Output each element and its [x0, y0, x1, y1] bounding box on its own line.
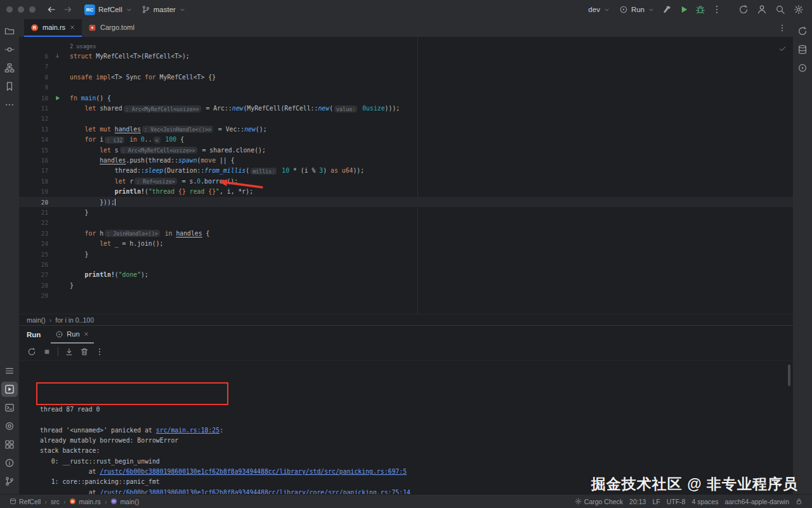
code-line[interactable]: 14 for i: i32 in 0..< 100 {: [19, 135, 793, 145]
close-run-tab-icon[interactable]: [83, 331, 89, 337]
status-label: LF: [652, 498, 660, 505]
bookmarks-tool-icon[interactable]: [1, 79, 18, 94]
vcs-widget[interactable]: master: [137, 2, 190, 17]
code-line[interactable]: 12: [19, 114, 793, 124]
run-tool-icon[interactable]: [1, 382, 18, 397]
impl-gutter-icon[interactable]: [48, 53, 70, 60]
more-tools-icon[interactable]: [1, 97, 18, 112]
console-link[interactable]: /rustc/6b00bc3880198600130e1cf62b8f8a934…: [100, 468, 407, 475]
stop-icon[interactable]: [39, 345, 55, 359]
forward-icon[interactable]: [60, 2, 76, 17]
line-number: 22: [19, 219, 48, 226]
code-line[interactable]: 19 println!("thread {} read {}", i, *r);: [19, 186, 793, 196]
line-number: 13: [19, 126, 48, 133]
nav-refcell[interactable]: RefCell: [6, 498, 44, 505]
database-tool-icon[interactable]: [794, 42, 811, 57]
code-line[interactable]: 23 for h: JoinHandle<()> in handles {: [19, 228, 793, 238]
lock-widget[interactable]: [792, 498, 806, 505]
scroll-to-end-icon[interactable]: [62, 345, 77, 359]
search-everywhere-icon[interactable]: [772, 2, 789, 17]
tab-main.rs[interactable]: Rmain.rs: [24, 19, 82, 37]
code-line[interactable]: 28}: [19, 280, 793, 290]
window-minimize-button[interactable]: [18, 6, 24, 13]
project-tool-icon[interactable]: [1, 23, 18, 39]
todo-tool-icon[interactable]: [1, 363, 18, 378]
console-line: thread '<unnamed>' panicked at src/main.…: [40, 425, 793, 436]
breadcrumb-item[interactable]: main(): [27, 316, 46, 324]
project-widget[interactable]: RC RefCell: [80, 2, 137, 17]
ai-assistant-tool-icon[interactable]: [794, 60, 811, 76]
line-ending-widget[interactable]: LF: [649, 498, 663, 505]
window-close-button[interactable]: [6, 6, 13, 13]
svg-text:R: R: [33, 25, 37, 30]
build-icon[interactable]: [659, 2, 676, 17]
code-line[interactable]: 27 println!("done");: [19, 270, 793, 280]
code-line[interactable]: 16 handles.push(thread::spawn(move || {: [19, 155, 793, 165]
code-line[interactable]: 11 let shared: Arc<MyRefCell<usize>> = A…: [19, 103, 793, 113]
code-line[interactable]: 18 let r: Ref<usize> = s.0.borrow();: [19, 176, 793, 186]
nav-main-[interactable]: mmain(): [107, 498, 142, 505]
tab-options-icon[interactable]: [774, 20, 790, 36]
caret-position-widget[interactable]: 20:13: [626, 498, 649, 505]
settings-icon[interactable]: [790, 2, 807, 17]
debug-button-icon[interactable]: [692, 2, 709, 17]
console-scrollbar[interactable]: [788, 364, 790, 386]
code-line[interactable]: 25 }: [19, 249, 793, 259]
structure-tool-icon[interactable]: [1, 60, 18, 76]
run-tab[interactable]: Run: [51, 326, 93, 344]
cargo-check-widget[interactable]: Cargo Check: [572, 498, 626, 505]
nav-main-rs[interactable]: Rmain.rs: [66, 498, 103, 505]
run-panel-title[interactable]: Run: [27, 331, 41, 338]
code-line[interactable]: 10fn main() {: [19, 93, 793, 103]
window-zoom-button[interactable]: [29, 6, 36, 13]
version-control-tool-icon[interactable]: [1, 474, 18, 489]
run-button-icon[interactable]: [676, 2, 692, 17]
encoding-widget[interactable]: UTF-8: [664, 498, 689, 505]
code-line[interactable]: 29: [19, 290, 793, 300]
breadcrumb-item[interactable]: for i in 0..100: [55, 316, 94, 324]
more-options-icon[interactable]: [92, 345, 107, 359]
code-line[interactable]: 24 let _ = h.join();: [19, 238, 793, 248]
code-line[interactable]: 9: [19, 83, 793, 93]
run-config-selector[interactable]: Run: [615, 2, 659, 17]
code-line[interactable]: 2 usages: [19, 41, 793, 51]
breadcrumb-separator: ›: [49, 316, 52, 324]
console-link[interactable]: src/main.rs:18:25: [156, 427, 219, 434]
line-number: 19: [19, 188, 48, 195]
terminal-tool-icon[interactable]: [1, 400, 18, 415]
code-line[interactable]: 8unsafe impl<T> Sync for MyRefCell<T> {}: [19, 72, 793, 82]
more-actions-icon[interactable]: [709, 2, 725, 17]
code-line[interactable]: 22: [19, 218, 793, 228]
clear-all-icon[interactable]: [77, 345, 92, 359]
coverage-tool-icon[interactable]: [1, 418, 18, 434]
target-platform-widget[interactable]: aarch64-apple-darwin: [721, 498, 792, 505]
rerun-icon[interactable]: [24, 345, 39, 359]
services-tool-icon[interactable]: [1, 437, 18, 452]
problems-tool-icon[interactable]: [1, 455, 18, 471]
corner-icons: [735, 2, 807, 17]
left-tool-rail: [0, 19, 20, 494]
code-line[interactable]: 17 thread::sleep(Duration::from_millis(m…: [19, 166, 793, 176]
dev-selector[interactable]: dev: [584, 2, 615, 17]
code-line[interactable]: 7: [19, 62, 793, 72]
cargo-tool-icon[interactable]: [794, 23, 811, 39]
console-link[interactable]: /rustc/6b00bc3880198600130e1cf62b8f8a934…: [100, 489, 410, 494]
code-line[interactable]: 26: [19, 259, 793, 269]
settings-sync-icon[interactable]: [735, 2, 752, 17]
close-tab-icon[interactable]: [69, 24, 75, 30]
indent-widget[interactable]: 4 spaces: [688, 498, 721, 505]
code-editor[interactable]: 2 usages6struct MyRefCell<T>(RefCell<T>)…: [19, 37, 793, 314]
code-line[interactable]: 6struct MyRefCell<T>(RefCell<T>);: [19, 51, 793, 61]
code-line[interactable]: 13 let mut handles: Vec<JoinHandle<()>> …: [19, 124, 793, 134]
right-tool-rail: [792, 19, 812, 494]
nav-src[interactable]: src: [48, 498, 63, 505]
code-line[interactable]: 20 }));: [19, 197, 793, 207]
code-line[interactable]: 15 let s: Arc<MyRefCell<usize>> = shared…: [19, 145, 793, 155]
inspections-ok-icon[interactable]: [778, 44, 787, 53]
tab-Cargo.toml[interactable]: Cargo.toml: [82, 19, 141, 37]
back-icon[interactable]: [43, 2, 60, 17]
code-with-me-icon[interactable]: [754, 2, 770, 17]
commit-tool-icon[interactable]: [1, 42, 18, 57]
run-gutter-icon[interactable]: [48, 95, 70, 102]
code-line[interactable]: 21 }: [19, 207, 793, 217]
